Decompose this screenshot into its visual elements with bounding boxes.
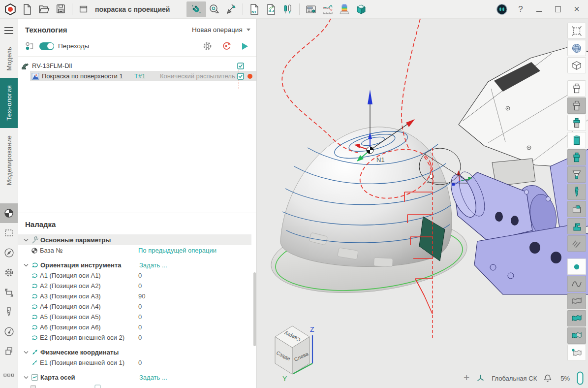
param-value[interactable]: 0: [138, 282, 142, 290]
view-cube[interactable]: Сверху Сзади Слева Z Y: [275, 325, 314, 383]
param-checkbox[interactable]: [94, 385, 101, 388]
measure-tape-button[interactable]: [206, 1, 223, 17]
scrollbar-thumb[interactable]: [253, 272, 256, 346]
open-file-button[interactable]: [35, 1, 52, 17]
section-value[interactable]: Задать ...: [139, 374, 167, 381]
show-surfaces-outline-button[interactable]: [567, 293, 586, 309]
zoom-level[interactable]: 5%: [560, 375, 570, 382]
chevron-down-icon[interactable]: [22, 263, 30, 267]
section-tool-orientation[interactable]: Ориентация инструмента Задать ...: [18, 259, 256, 270]
tree-row-machine[interactable]: RV-13FLM-Dll: [18, 61, 256, 71]
chevron-down-icon[interactable]: [22, 351, 30, 354]
param-value[interactable]: 0: [138, 303, 142, 310]
param-value[interactable]: 0: [138, 272, 142, 279]
param-row-e2[interactable]: E2 (Позиция внешней оси 2)0: [18, 332, 256, 343]
show-model-button[interactable]: [567, 149, 586, 165]
main-menu-button[interactable]: [0, 22, 18, 39]
transitions-toggle[interactable]: [39, 42, 54, 50]
show-curves-button[interactable]: [567, 276, 586, 292]
section-axes-map[interactable]: Карта осей Задать ...: [18, 372, 256, 383]
gauge-button[interactable]: [0, 322, 18, 341]
operation-settings-gear-button[interactable]: [202, 41, 213, 51]
recalculate-button[interactable]: [221, 41, 231, 51]
report-button[interactable]: [263, 1, 279, 17]
show-machine-button[interactable]: [567, 218, 586, 234]
selection-region-button[interactable]: [0, 223, 18, 243]
tools-library-button[interactable]: [279, 1, 296, 17]
machine-checkbox[interactable]: [237, 63, 244, 69]
layers-button[interactable]: [0, 341, 18, 361]
structure-icon: [25, 41, 34, 51]
param-row-a6[interactable]: A6 (Позиция оси A6)0: [18, 322, 256, 332]
param-value[interactable]: 90: [138, 292, 145, 300]
operation-checkbox[interactable]: [237, 73, 244, 80]
help-button[interactable]: ?: [513, 2, 528, 17]
zoom-extents-button[interactable]: [567, 23, 586, 39]
tab-technology[interactable]: Технология: [0, 78, 18, 128]
wireframe-view-button[interactable]: [567, 57, 586, 73]
tree-row-operation[interactable]: Покраска по поверхности 1 T#1 Конический…: [30, 71, 256, 81]
caliper-button[interactable]: [223, 1, 240, 17]
show-machine-head-button[interactable]: [567, 201, 586, 217]
param-value[interactable]: 0: [138, 313, 142, 321]
calculator-button[interactable]: [303, 1, 319, 17]
param-row-a4[interactable]: A4 (Позиция оси A4)0: [18, 301, 256, 312]
tab-modeling[interactable]: Моделирование: [0, 128, 18, 193]
more-options-button[interactable]: [0, 365, 18, 385]
nc-program-button[interactable]: N1: [246, 1, 263, 17]
shaded-view-button[interactable]: [567, 40, 586, 56]
param-row-a3[interactable]: A3 (Позиция оси A3)90: [18, 291, 256, 301]
run-simulation-button[interactable]: [240, 41, 249, 51]
close-button[interactable]: ×: [569, 2, 584, 17]
setup-datum-button[interactable]: [0, 203, 18, 223]
viewport-3d[interactable]: N1 Сверху Сзади Слева Z Y +: [257, 19, 588, 388]
chevron-down-icon[interactable]: [22, 238, 30, 242]
app-logo[interactable]: [2, 1, 19, 17]
section-physical-coords[interactable]: Физические координаты: [18, 347, 256, 357]
show-points-button[interactable]: [567, 259, 586, 275]
param-row-a5[interactable]: A5 (Позиция оси A5)0: [18, 312, 256, 322]
notifications-bell-icon[interactable]: [543, 374, 552, 383]
diagnostics-graph-button[interactable]: [319, 1, 336, 17]
param-value[interactable]: По предыдущей операции: [138, 247, 217, 254]
settings-gear-button[interactable]: [0, 262, 18, 282]
show-surfaces-button[interactable]: [567, 310, 586, 326]
chevron-down-icon[interactable]: [22, 376, 30, 379]
csys-selector[interactable]: Глобальная СК: [492, 375, 537, 382]
status-dot: [248, 74, 252, 79]
show-fixture-button[interactable]: [567, 97, 586, 114]
tab-model[interactable]: Модель: [0, 39, 18, 78]
show-tool-button[interactable]: [567, 184, 586, 200]
save-button[interactable]: [52, 1, 69, 17]
param-value[interactable]: 0: [138, 334, 142, 341]
tool-drill-button[interactable]: [0, 302, 18, 322]
assistant-button[interactable]: [495, 2, 509, 17]
show-part-button[interactable]: [567, 115, 586, 131]
section-main-params[interactable]: Основные параметры: [18, 234, 251, 245]
new-operation-dropdown[interactable]: Новая операция: [192, 26, 250, 33]
param-row-base[interactable]: База № По предыдущей операции: [18, 245, 256, 256]
param-value[interactable]: 0: [138, 323, 142, 331]
material-box-button[interactable]: [353, 1, 370, 17]
add-csys-button[interactable]: +: [464, 372, 469, 383]
param-row-a1[interactable]: A1 (Позиция оси A1)0: [18, 270, 256, 281]
paint-layers-button[interactable]: [336, 1, 353, 17]
param-label: A4 (Позиция оси A4): [39, 303, 138, 310]
show-meshes-button[interactable]: [567, 327, 586, 344]
maximize-button[interactable]: [551, 2, 565, 17]
show-workpiece-button[interactable]: [567, 80, 586, 97]
show-hatching-button[interactable]: [567, 235, 586, 252]
clipped-param-row[interactable]: [18, 383, 256, 388]
param-row-e1[interactable]: E1 (Позиция внешней оси 1) 0: [18, 357, 256, 368]
workpiece-transform-button[interactable]: [0, 282, 18, 302]
show-flags-button[interactable]: [567, 345, 586, 361]
show-stock-button[interactable]: [567, 132, 586, 148]
param-value[interactable]: 0: [138, 359, 142, 366]
show-result-button[interactable]: [567, 166, 586, 183]
compass-button[interactable]: [0, 243, 18, 262]
section-value[interactable]: Задать ...: [139, 261, 167, 269]
param-row-a2[interactable]: A2 (Позиция оси A2)0: [18, 281, 256, 291]
minimize-button[interactable]: [532, 2, 547, 17]
new-file-button[interactable]: [19, 1, 35, 17]
snap-magnet-button[interactable]: [186, 1, 206, 17]
